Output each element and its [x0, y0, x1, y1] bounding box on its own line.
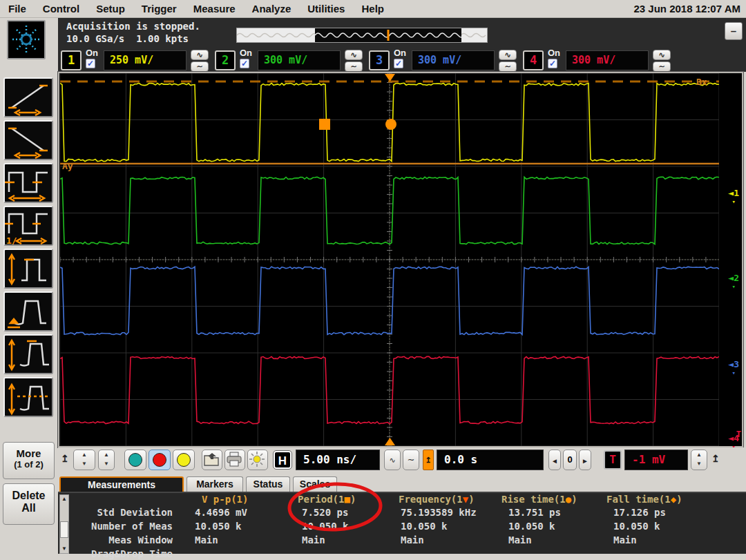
col-fall-time-header-text: Fall time(1 — [606, 494, 671, 505]
measure-v-max-button[interactable] — [3, 334, 53, 374]
pan-up-left-icon[interactable]: ↥ — [61, 453, 69, 464]
menu-control[interactable]: Control — [35, 3, 88, 15]
channel-4-button[interactable]: 4 — [523, 50, 544, 70]
print-button[interactable] — [224, 450, 245, 470]
timebase-fine-button[interactable]: ∿ — [384, 450, 401, 470]
menu-analyze[interactable]: Analyze — [244, 3, 300, 15]
channel-2-coupling-button-top[interactable]: ∿ — [345, 50, 363, 60]
scroll-down-icon[interactable]: ▼ — [60, 545, 68, 553]
measure-v-min-button[interactable] — [3, 291, 53, 331]
channel-2-button[interactable]: 2 — [215, 50, 236, 70]
channel-1-coupling-button-bottom[interactable]: ∼ — [191, 61, 209, 72]
channel-4-coupling-button-bottom[interactable]: ∼ — [653, 61, 671, 72]
position-right-button[interactable]: ► — [579, 450, 591, 470]
acquisition-status: Acquisition is stopped. — [66, 20, 200, 32]
channel-1-coupling-button-top[interactable]: ∿ — [191, 50, 209, 60]
stop-button[interactable] — [149, 450, 171, 470]
sample-rate-text: 10.0 GSa/s 1.00 kpts — [66, 32, 189, 45]
scroll-thumb[interactable] — [60, 521, 68, 538]
vertical-spinner-2[interactable]: ▲▼ — [98, 450, 115, 470]
channel-3-scale-display[interactable]: 300 mV/ — [412, 50, 495, 70]
trigger-level-display[interactable]: -1 mV — [624, 450, 688, 470]
channel-4-scale-display[interactable]: 300 mV/ — [566, 50, 649, 70]
channel-3-ground-marker[interactable]: ◄3▾ — [728, 360, 739, 377]
tab-markers[interactable]: Markers — [186, 476, 243, 492]
menu-setup[interactable]: Setup — [88, 3, 133, 15]
period-marker-square[interactable] — [319, 119, 330, 130]
measure-rise-time-button[interactable] — [3, 77, 53, 117]
run-icon — [128, 453, 142, 467]
measure-v-pp-button[interactable] — [3, 249, 53, 289]
row-label-dragdrop-time: Drag&Drop Time — [91, 548, 173, 559]
measure-fall-time-button[interactable] — [3, 120, 53, 160]
menu-utilities[interactable]: Utilities — [299, 3, 353, 15]
col-fall-time-marker-glyph: ◆ — [671, 494, 676, 505]
channel-2-scale-display[interactable]: 300 mV/ — [258, 50, 341, 70]
col-vpp-std: 4.4696 mV — [195, 507, 247, 518]
vertical-spinner-1[interactable]: ▲▼ — [73, 450, 95, 470]
measure-period-button[interactable] — [3, 163, 53, 203]
trigger-level-spinner[interactable]: ▲▼ — [691, 450, 707, 470]
channel-4-coupling-button-top[interactable]: ∿ — [653, 50, 671, 60]
col-period-header-text: Period(1 — [298, 494, 344, 505]
col-vpp-header[interactable]: V p-p(1) — [202, 494, 248, 505]
col-fall-time-header[interactable]: Fall time(1◆) — [606, 494, 682, 505]
col-rise-time-header[interactable]: Rise time(1●) — [501, 494, 577, 505]
channel-1-button[interactable]: 1 — [61, 50, 82, 70]
menu-help[interactable]: Help — [353, 3, 392, 15]
channel-2-checkbox[interactable]: ✓ — [240, 59, 249, 68]
col-period-header[interactable]: Period(1■) — [298, 494, 356, 505]
tab-measurements[interactable]: Measurements — [59, 476, 184, 492]
channel-3-group: 3 On ✓ 300 mV/ ∿ ∼ — [369, 50, 522, 72]
display-brightness-button[interactable] — [247, 450, 268, 470]
trigger-slope-icon[interactable]: ↥ — [711, 453, 720, 464]
col-vpp-count: 10.050 k — [195, 521, 241, 532]
channel-2-group: 2 On ✓ 300 mV/ ∿ ∼ — [215, 50, 368, 72]
channel-4-on-label: On — [548, 48, 560, 58]
menu-file[interactable]: File — [0, 3, 35, 15]
trigger-section-icon[interactable]: T — [604, 450, 622, 470]
channel-3-coupling-button-top[interactable]: ∿ — [499, 50, 517, 60]
more-measurements-button[interactable]: More (1 of 2) — [3, 442, 55, 479]
delete-all-button[interactable]: Delete All — [3, 483, 55, 525]
timebase-coarse-button[interactable]: ∼ — [403, 450, 419, 470]
col-frequency-header-close: ) — [468, 494, 474, 505]
run-button[interactable] — [124, 450, 146, 470]
scroll-up-icon[interactable]: ▲ — [60, 495, 68, 503]
channel-2-ground-marker[interactable]: ◄2▾ — [728, 274, 739, 291]
channel-1-checkbox[interactable]: ✓ — [86, 59, 95, 68]
save-waveform-button[interactable] — [202, 450, 222, 470]
col-fall-time-header-close: ) — [676, 494, 682, 505]
minimize-button[interactable]: – — [725, 22, 743, 40]
channel-3-checkbox[interactable]: ✓ — [394, 59, 403, 68]
channel-1-ground-marker[interactable]: ◄1▾ — [728, 189, 739, 206]
menu-measure[interactable]: Measure — [185, 3, 244, 15]
results-scrollbar[interactable]: ▲ ▼ — [59, 494, 69, 554]
acquisition-overview-bar[interactable] — [236, 28, 488, 43]
position-left-button[interactable]: ◄ — [548, 450, 561, 470]
trigger-position-bottom-marker[interactable] — [385, 438, 395, 445]
channel-4-checkbox[interactable]: ✓ — [548, 59, 557, 68]
timebase-reference-button[interactable]: ↥ — [423, 450, 434, 470]
trigger-level-marker[interactable]: T — [736, 431, 741, 438]
frequency-marker-circle[interactable] — [385, 119, 396, 130]
overview-window-segment[interactable] — [315, 28, 461, 42]
tab-scales[interactable]: Scales — [293, 476, 337, 492]
channel-3-coupling-button-bottom[interactable]: ∼ — [499, 61, 517, 72]
measure-v-avg-button[interactable] — [3, 377, 53, 417]
single-button[interactable] — [173, 450, 195, 470]
channel-3-button[interactable]: 3 — [369, 50, 390, 70]
timebase-scale-display[interactable]: 5.00 ns/ — [296, 450, 380, 470]
col-rise-time-header-text: Rise time(1 — [501, 494, 566, 505]
trigger-position-top-marker[interactable] — [385, 74, 395, 81]
channel-1-scale-display[interactable]: 250 mV/ — [104, 50, 186, 70]
timebase-position-display[interactable]: 0.0 s — [437, 450, 544, 470]
tab-status[interactable]: Status — [246, 476, 290, 492]
app-logo-button[interactable] — [7, 20, 46, 59]
col-frequency-header[interactable]: Frequency(1▼) — [399, 494, 475, 505]
waveform-display[interactable]: Ay Bx ◄1▾ ◄2▾ ◄3▾ ◄4▾ T — [58, 72, 743, 447]
position-zero-button[interactable]: 0 — [563, 450, 577, 470]
channel-2-coupling-button-bottom[interactable]: ∼ — [345, 61, 363, 72]
measure-frequency-button[interactable]: 1/ — [3, 206, 53, 246]
menu-trigger[interactable]: Trigger — [133, 3, 185, 15]
